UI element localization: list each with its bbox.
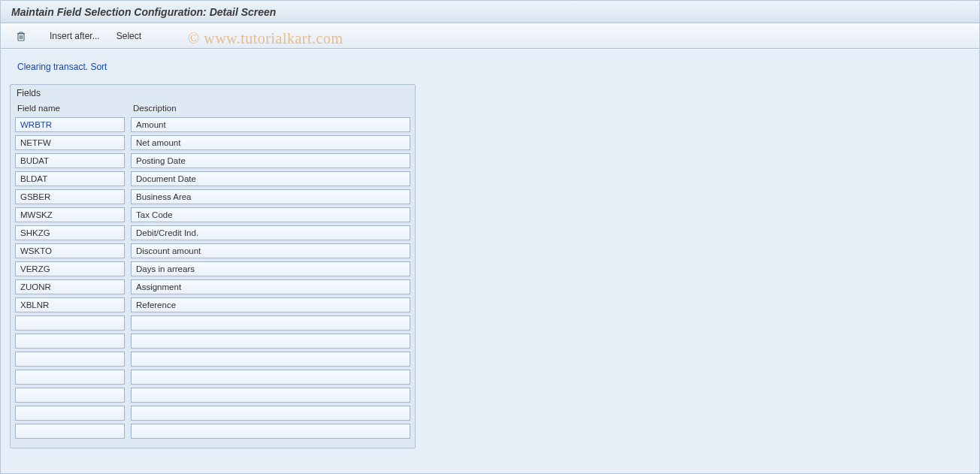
grid-body: WRBTRAmountNETFWNet amountBUDATPosting D… [11, 117, 415, 448]
field-name-input[interactable] [15, 406, 125, 421]
grid-header-row: Field name Description [11, 101, 415, 117]
column-header-description: Description [131, 104, 410, 113]
toolbar: Insert after... Select [1, 23, 979, 49]
field-name-input[interactable]: SHKZG [15, 225, 125, 240]
table-row: SHKZGDebit/Credit Ind. [15, 225, 410, 240]
field-name-input[interactable]: GSBER [15, 189, 125, 204]
field-name-input[interactable] [15, 388, 125, 403]
app-window: Maintain Field Selection Configuration: … [0, 0, 980, 474]
table-row: WSKTODiscount amount [15, 243, 410, 258]
page-title: Maintain Field Selection Configuration: … [11, 6, 276, 18]
table-row [15, 352, 410, 367]
field-name-input[interactable] [15, 315, 125, 331]
table-row: MWSKZTax Code [15, 207, 410, 222]
breadcrumb-text: Clearing transact. Sort [17, 62, 107, 72]
delete-button[interactable] [8, 27, 34, 45]
field-name-input[interactable] [15, 334, 125, 349]
groupbox-title: Fields [11, 85, 415, 101]
field-description-input[interactable]: Business Area [131, 189, 410, 204]
field-description-input[interactable] [131, 352, 410, 367]
field-description-input[interactable]: Assignment [131, 279, 410, 294]
field-name-input[interactable]: MWSKZ [15, 207, 125, 222]
table-row [15, 424, 410, 439]
select-button[interactable]: Select [110, 27, 148, 45]
field-description-input[interactable]: Discount amount [131, 243, 410, 258]
field-name-input[interactable]: VERZG [15, 261, 125, 276]
table-row: GSBERBusiness Area [15, 189, 410, 204]
insert-after-button[interactable]: Insert after... [43, 27, 107, 45]
field-name-input[interactable] [15, 352, 125, 367]
title-bar: Maintain Field Selection Configuration: … [1, 1, 979, 23]
field-name-input[interactable] [15, 370, 125, 385]
field-description-input[interactable] [131, 388, 410, 403]
table-row [15, 388, 410, 403]
field-description-input[interactable] [131, 424, 410, 439]
table-row: WRBTRAmount [15, 117, 410, 132]
field-description-input[interactable]: Tax Code [131, 207, 410, 222]
table-row [15, 406, 410, 421]
field-name-input[interactable]: BLDAT [15, 171, 125, 186]
field-name-input[interactable]: NETFW [15, 135, 125, 150]
field-description-input[interactable]: Reference [131, 297, 410, 312]
field-description-input[interactable]: Days in arrears [131, 261, 410, 276]
trash-icon [15, 30, 27, 42]
table-row: VERZGDays in arrears [15, 261, 410, 276]
table-row: XBLNRReference [15, 297, 410, 312]
table-row: BUDATPosting Date [15, 153, 410, 168]
field-description-input[interactable] [131, 370, 410, 385]
field-description-input[interactable] [131, 406, 410, 421]
field-name-input[interactable]: XBLNR [15, 297, 125, 312]
field-description-input[interactable] [131, 334, 410, 349]
field-description-input[interactable] [131, 315, 410, 331]
table-row [15, 334, 410, 349]
breadcrumb: Clearing transact. Sort [10, 59, 970, 84]
table-row: NETFWNet amount [15, 135, 410, 150]
field-name-input[interactable] [15, 424, 125, 439]
fields-groupbox: Fields Field name Description WRBTRAmoun… [10, 84, 416, 448]
content-area: Clearing transact. Sort Fields Field nam… [1, 49, 979, 473]
field-name-input[interactable]: WSKTO [15, 243, 125, 258]
field-description-input[interactable]: Debit/Credit Ind. [131, 225, 410, 240]
field-name-input[interactable]: BUDAT [15, 153, 125, 168]
field-description-input[interactable]: Amount [131, 117, 410, 132]
table-row: BLDATDocument Date [15, 171, 410, 186]
field-description-input[interactable]: Document Date [131, 171, 410, 186]
field-name-input[interactable]: WRBTR [15, 117, 125, 132]
field-description-input[interactable]: Net amount [131, 135, 410, 150]
table-row [15, 370, 410, 385]
table-row [15, 315, 410, 331]
field-description-input[interactable]: Posting Date [131, 153, 410, 168]
column-header-fieldname: Field name [15, 104, 125, 113]
field-name-input[interactable]: ZUONR [15, 279, 125, 294]
table-row: ZUONRAssignment [15, 279, 410, 294]
